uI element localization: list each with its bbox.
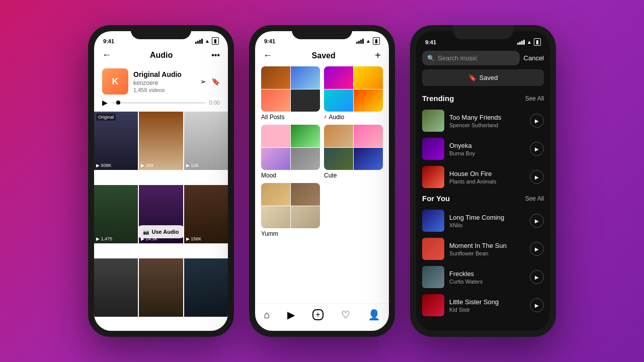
play-button-1[interactable]: ▶ [530,114,544,128]
music-track-1: Too Many Friends [449,114,525,121]
phone-1: 9:41 ▲ ▮ ← Audio ••• K Original Audio k [88,25,234,337]
collection-cell [354,89,383,112]
audio-track-title: Original Audio [133,70,195,78]
audio-header: ← Audio ••• [94,47,228,64]
status-icons-3: ▲ ▮ [517,38,541,46]
collection-yumm[interactable]: Yumm [261,183,320,237]
music-note-icon: ♪ [324,113,327,119]
back-button-2[interactable]: ← [263,50,272,61]
music-item-house-on-fire[interactable]: House On Fire Plants and Animals ▶ [416,163,550,191]
cancel-button[interactable]: Cancel [524,54,544,62]
video-thumb-8[interactable] [139,258,183,317]
music-artist-3: Plants and Animals [449,178,525,185]
audio-actions: ➢ 🔖 [200,77,220,85]
collection-cell [324,125,353,147]
video-thumb-7[interactable] [94,258,138,317]
collection-label-yumm: Yumm [261,230,320,237]
collection-cell [261,148,290,170]
nav-profile[interactable]: 👤 [368,309,380,321]
music-info-4: Long Time Coming XNilo [449,214,525,228]
music-art-6 [422,266,444,288]
music-artist-5: Sunflower Bean [449,250,525,256]
music-info-5: Moment In The Sun Sunflower Bean [449,242,525,256]
collection-cell [261,125,290,147]
collection-cute[interactable]: Cute [324,125,383,179]
nav-activity[interactable]: ♡ [341,309,350,321]
play-button-7[interactable]: ▶ [530,298,544,312]
add-button-saved[interactable]: + [375,50,381,61]
collection-cell [261,183,290,206]
back-button-1[interactable]: ← [102,50,111,60]
nav-home[interactable]: ⌂ [264,309,270,321]
video-thumb-3[interactable]: ▶ 12K [184,112,228,170]
menu-icon-1[interactable]: ••• [211,51,220,60]
music-search-bar: 🔍 Search music Cancel [416,48,550,69]
share-icon[interactable]: ➢ [200,77,206,85]
phone-3: 9:41 ▲ ▮ 🔍 Search music Cancel 🔖 Sav [410,25,556,337]
music-track-2: Onyeka [449,142,525,149]
play-button-5[interactable]: ▶ [530,242,544,256]
play-button-6[interactable]: ▶ [530,270,544,284]
bookmark-saved-icon: 🔖 [468,74,476,81]
play-button-3[interactable]: ▶ [530,170,544,184]
collection-all-posts[interactable]: All Posts [261,66,320,121]
signal-icon-2 [356,39,364,44]
play-button-4[interactable]: ▶ [530,214,544,228]
music-art-2 [422,138,444,160]
play-button-2[interactable]: ▶ [530,142,544,156]
progress-bar[interactable] [112,102,205,104]
nav-add[interactable]: + [312,309,323,320]
music-track-6: Freckles [449,270,525,278]
status-time-1: 9:41 [103,38,114,44]
status-time-2: 9:41 [264,38,275,44]
phone-notch-3 [453,25,513,39]
battery-icon-2: ▮ [373,37,380,45]
search-input-wrap[interactable]: 🔍 Search music [422,51,520,65]
for-you-see-all[interactable]: See All [525,195,544,202]
collection-audio[interactable]: ♪ Audio [324,66,383,121]
signal-icon-1 [195,39,203,44]
audio-track-card: K Original Audio kenzoere 1,458 videos ➢… [94,64,228,99]
music-artist-6: Curtis Waters [449,279,525,285]
collection-mood[interactable]: Mood [261,125,320,179]
music-info-3: House On Fire Plants and Animals [449,170,525,185]
music-trending-list: Too Many Friends Spencer Sutherland ▶ On… [416,107,550,331]
collection-cell [291,206,320,229]
music-artist-7: Kid Sistr [449,307,525,313]
music-artist-2: Burna Boy [449,150,525,156]
video-thumb-9[interactable] [184,258,228,317]
video-thumb-1[interactable]: Original ▶ 508K [94,112,138,170]
video-thumb-6[interactable]: ▶ 156K [184,185,228,243]
music-item-too-many-friends[interactable]: Too Many Friends Spencer Sutherland ▶ [416,107,550,135]
audio-track-user: kenzoere [133,79,195,86]
music-artist-4: XNilo [449,222,525,228]
bookmark-icon[interactable]: 🔖 [211,77,220,85]
music-item-long-time-coming[interactable]: Long Time Coming XNilo ▶ [416,207,550,235]
music-item-moment-in-sun[interactable]: Moment In The Sun Sunflower Bean ▶ [416,235,550,263]
play-button[interactable]: ▶ [102,99,108,107]
battery-icon-3: ▮ [534,38,541,46]
search-input[interactable]: Search music [438,54,477,62]
saved-page-title: Saved [312,51,336,60]
video-thumb-2[interactable]: ▶ 209 [139,112,183,170]
collection-cell [291,125,320,147]
bottom-nav: ⌂ ▶ + ♡ 👤 [255,303,389,331]
trending-see-all[interactable]: See All [525,95,544,102]
video-thumb-5[interactable]: ▶ 24.3K 📷 Use Audio [139,185,183,243]
music-artist-1: Spencer Sutherland [449,122,525,128]
saved-row-1: All Posts ♪ Audio [261,66,383,121]
music-track-3: House On Fire [449,170,525,177]
saved-header: ← Saved + [255,47,389,66]
music-item-freckles[interactable]: Freckles Curtis Waters ▶ [416,263,550,291]
music-item-little-sister-song[interactable]: Little Sister Song Kid Sistr ▶ [416,291,550,319]
camera-icon: 📷 [143,229,149,235]
music-art-5 [422,238,444,260]
video-thumb-4[interactable]: ▶ 1,475 [94,185,138,243]
trending-section-header: Trending See All [416,91,550,107]
saved-tab[interactable]: 🔖 Saved [422,69,544,86]
collection-cell [261,66,290,89]
music-item-onyeka[interactable]: Onyeka Burna Boy ▶ [416,135,550,163]
nav-reels[interactable]: ▶ [287,309,295,321]
collection-label-mood: Mood [261,172,320,179]
use-audio-button[interactable]: 📷 Use Audio [139,225,183,238]
